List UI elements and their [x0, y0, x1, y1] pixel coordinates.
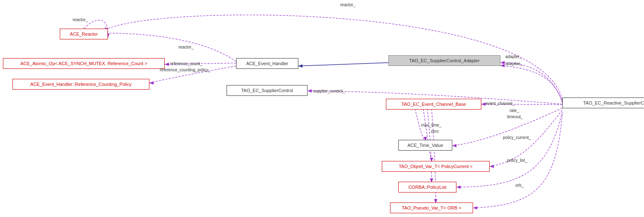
node-ace-reactor[interactable]: ACE_Reactor: [60, 29, 108, 39]
svg-marker-9: [500, 64, 505, 67]
node-ace-event-handler[interactable]: ACE_Event_Handler: [236, 58, 298, 69]
label-reference-counting-policy: reference_counting_policy_: [160, 68, 210, 72]
label-reactor-mid: reactor_: [178, 45, 194, 49]
node-ace-event-handler-ref[interactable]: ACE_Event_Handler::Reference_Counting_Po…: [12, 79, 149, 90]
svg-marker-4: [149, 81, 154, 85]
diagram-container: reactor_ reactor_ reactor_ reference_cou…: [0, 0, 644, 217]
node-tao-ec-reactive-supplier-control[interactable]: TAO_EC_Reactive_SupplierControl: [562, 98, 644, 108]
svg-marker-11: [490, 165, 494, 168]
svg-marker-6: [307, 89, 312, 93]
label-timeout: timeout_: [507, 115, 523, 119]
label-reactor-top: reactor_: [340, 2, 356, 7]
label-zero: zero: [431, 129, 439, 134]
node-ace-atomic-op[interactable]: ACE_Atomic_Op< ACE_SYNCH_MUTEX, Referenc…: [3, 58, 165, 69]
node-corba-policylist[interactable]: CORBA::PolicyList: [398, 182, 456, 193]
label-supplier-control: supplier_control_: [313, 89, 345, 93]
label-policy-current: policy_current_: [503, 135, 531, 140]
label-event-channel: event_channel_: [485, 101, 515, 106]
svg-marker-7: [481, 102, 485, 106]
label-reactor-left: reactor_: [73, 17, 88, 22]
svg-marker-8: [500, 61, 505, 64]
node-tao-pseudo-var-t[interactable]: TAO_Pseudo_Var_T< ORB >: [390, 202, 473, 213]
label-policy-list: policy_list_: [507, 158, 527, 163]
svg-marker-10: [452, 144, 456, 147]
node-tao-objref-var-t[interactable]: TAO_Objref_Var_T< PolicyCurrent >: [382, 161, 490, 172]
label-reference-count: reference_count_: [170, 61, 202, 66]
label-adaptee: adaptee_: [505, 61, 523, 66]
node-ace-time-value[interactable]: ACE_Time_Value: [398, 140, 452, 151]
node-tao-ec-event-channel-base[interactable]: TAO_EC_Event_Channel_Base: [386, 99, 481, 110]
svg-marker-12: [456, 185, 461, 189]
label-orb: orb_: [515, 183, 524, 188]
svg-marker-3: [165, 63, 169, 66]
label-rate: rate_: [510, 108, 519, 113]
node-tao-ec-supplier-control[interactable]: TAO_EC_SupplierControl: [227, 85, 307, 96]
label-max-time: max_time_: [421, 123, 442, 127]
svg-marker-5: [298, 64, 302, 68]
node-tao-ec-supplier-control-adapter[interactable]: TAO_EC_SupplierControl_Adapter: [388, 55, 500, 66]
label-adapter: adapter_: [505, 54, 522, 59]
svg-marker-13: [473, 206, 477, 210]
